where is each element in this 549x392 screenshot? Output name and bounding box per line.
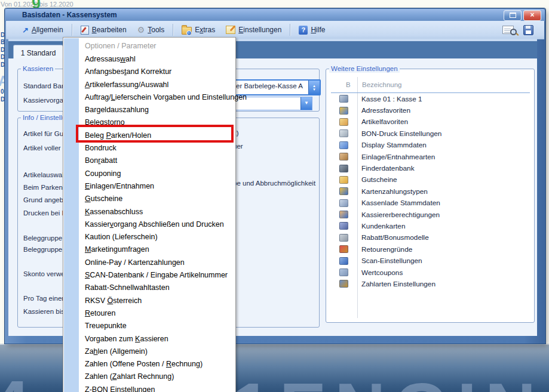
menu-item[interactable]: Adressauswahl xyxy=(63,53,235,66)
settings-row-label: Scan-Einstellungen xyxy=(361,257,422,265)
menubar-separator xyxy=(290,24,290,36)
return-reasons-icon xyxy=(339,245,348,253)
menu-item[interactable]: Treuepunkte xyxy=(63,320,235,332)
menu-item[interactable]: Bondruck xyxy=(63,142,235,155)
settings-row[interactable]: Adressfavoriten xyxy=(331,104,530,116)
menu-item[interactable]: Retouren xyxy=(63,307,235,320)
menu-item[interactable]: Online-Pay / Kartenzahlungen xyxy=(63,257,235,269)
menu-item[interactable]: Bonrabatt xyxy=(63,155,235,167)
menu-item[interactable]: Rabatt-Schnellwahltasten xyxy=(63,282,235,294)
field-label: Beleggruppe xyxy=(23,246,62,253)
cashier-permissions-icon xyxy=(339,211,348,218)
settings-row[interactable]: Display Stammdaten xyxy=(331,140,530,151)
field-label: Kassiervorga xyxy=(23,97,63,104)
menu-item[interactable]: Vorgaben zum Kassieren xyxy=(63,333,235,345)
menu-item[interactable]: Marketingumfragen xyxy=(63,243,235,256)
menubar-item-hilfe[interactable]: ?Hilfe xyxy=(293,24,330,36)
menubar-item-extras[interactable]: Extras xyxy=(176,23,220,36)
settings-row[interactable]: Einlage/Entnahmearten xyxy=(331,151,530,162)
field-label: Artikel für Gu xyxy=(23,130,63,137)
field-label: Artikelauswal xyxy=(23,171,64,178)
settings-row[interactable]: BON-Druck Einstellungen xyxy=(331,128,530,139)
settings-rows: Kasse 01 : Kasse 1AdressfavoritenArtikel… xyxy=(331,93,530,290)
watermark-text: 1ENGIN xyxy=(232,368,544,392)
settings-row[interactable]: Kartenzahlungstypen xyxy=(331,186,530,197)
menu-item[interactable]: Artikelerfassung/Auswahl xyxy=(63,79,235,91)
chevron-down-icon[interactable]: ▼ xyxy=(300,97,312,110)
magnifier-icon xyxy=(510,29,517,35)
menu-item[interactable]: Zahlen (Allgemein) xyxy=(63,345,235,358)
settings-row[interactable]: Kasse 01 : Kasse 1 xyxy=(331,93,530,104)
address-favorites-icon xyxy=(339,107,348,115)
settings-row[interactable]: Artikelfavoriten xyxy=(331,116,530,128)
settings-row-label: Display Stammdaten xyxy=(361,141,427,149)
menubar-separator xyxy=(72,24,72,36)
settings-row[interactable]: Finderdatenbank xyxy=(331,162,530,174)
menubar-item-tools[interactable]: ⚙Tools xyxy=(132,24,170,36)
menu-item[interactable]: Bargeldauszahlung xyxy=(63,104,235,116)
settings-row[interactable]: Kassiererberechtigungen xyxy=(331,209,530,220)
menu-item[interactable]: Gutscheine xyxy=(63,193,235,205)
field-label: Pro Tag einer xyxy=(23,295,64,302)
menu-item[interactable]: SCAN-Datenbank / Eingabe Artikelnummer xyxy=(63,269,235,282)
settings-row-label: Kassenlade Stammdaten xyxy=(361,199,440,207)
settings-row[interactable]: Retourengründe xyxy=(331,243,530,255)
group-kassieren-caption: Kassieren xyxy=(21,64,55,73)
save-icon[interactable] xyxy=(523,25,533,35)
search-zoom-icon[interactable] xyxy=(502,24,517,35)
settings-row-label: Gutscheine xyxy=(361,175,397,184)
menu-item[interactable]: Auftrag/Lieferschein Vorgaben und Einste… xyxy=(63,91,235,104)
settings-row[interactable]: Kassenlade Stammdaten xyxy=(331,197,530,209)
extras-icon xyxy=(182,27,192,35)
settings-row[interactable]: Rabatt/Bonusmodelle xyxy=(331,232,530,243)
close-button[interactable]: × xyxy=(523,10,541,21)
settings-row[interactable]: Zahlarten Einstellungen xyxy=(331,278,530,289)
deposit-withdrawal-icon xyxy=(339,153,348,160)
settings-row-label: Wertcoupons xyxy=(361,268,403,277)
menubar-item-label: Einstellungen xyxy=(238,26,281,34)
discount-icon xyxy=(339,234,348,242)
field-label: Standard Bar xyxy=(23,82,64,89)
settings-row-label: Kundenkarten xyxy=(361,222,405,230)
menubar-item-bearbeiten[interactable]: Bearbeiten xyxy=(75,24,132,36)
menu-item[interactable]: Kassenabschluss xyxy=(63,206,235,218)
menu-item[interactable]: Anfangsbestand Korrektur xyxy=(63,66,235,78)
settings-row[interactable]: Wertcoupons xyxy=(331,267,530,278)
menu-header-optionen-parameter: Optionen / Parameter xyxy=(63,39,235,53)
settings-row-label: Adressfavoriten xyxy=(361,106,410,115)
settings-table: B Bezeichnung Kasse 01 : Kasse 1Adressfa… xyxy=(331,77,530,318)
menu-item[interactable]: Zahlen (Zahlart Rechnung) xyxy=(63,371,235,383)
settings-row[interactable]: Gutscheine xyxy=(331,174,530,186)
menu-item[interactable]: Couponing xyxy=(63,168,235,180)
menu-item[interactable]: Einlagen/Entnahmen xyxy=(63,180,235,193)
settings-row-label: BON-Druck Einstellungen xyxy=(361,129,441,138)
menubar-item-einstellungen[interactable]: Einstellungen xyxy=(220,24,287,36)
menu-item[interactable]: RKSV Österreich xyxy=(63,295,235,307)
menubar-item-allgemein[interactable]: ↗Allgemein xyxy=(17,24,69,36)
field-label: Artikel voller xyxy=(23,144,61,152)
article-favorites-icon xyxy=(339,118,348,126)
edit-icon xyxy=(81,26,89,35)
clipped-text-fragment: be und Abbruchmöglichkeit xyxy=(233,180,315,187)
group-weitere-einstellungen: Weitere Einstellungen B Bezeichnung Kass… xyxy=(326,69,535,323)
spinner-buttons[interactable]: ▲▼ xyxy=(308,81,320,94)
menu-items: Optionen / Parameter AdressauswahlAnfang… xyxy=(63,39,235,392)
settings-row-label: Retourengründe xyxy=(361,245,412,254)
scan-settings-icon xyxy=(339,257,348,265)
vouchers-icon xyxy=(339,176,348,184)
bearbeiten-dropdown-menu: Optionen / Parameter AdressauswahlAnfang… xyxy=(63,37,236,392)
watermark-left-fragment: 4 xyxy=(0,365,30,392)
menu-item[interactable]: Z-BON Einstellungen xyxy=(63,384,235,392)
menu-item[interactable]: Kassiervorgang Abschließen und Drucken xyxy=(63,218,235,231)
menu-item[interactable]: Zahlen (Offene Posten / Rechnung) xyxy=(63,358,235,371)
title-bar[interactable]: Basisdaten - Kassensystem × xyxy=(5,9,545,21)
tools-icon: ⚙ xyxy=(137,26,145,34)
field-label: Drucken bei E xyxy=(23,209,66,217)
settings-row[interactable]: Kundenkarten xyxy=(331,220,530,232)
settings-row[interactable]: Scan-Einstellungen xyxy=(331,255,530,266)
restore-button[interactable] xyxy=(504,10,522,21)
table-header: B Bezeichnung xyxy=(331,77,530,93)
settings-row-label: Rabatt/Bonusmodelle xyxy=(361,233,429,242)
menu-item[interactable]: Kaution (Lieferschein) xyxy=(63,231,235,243)
column-header-bezeichnung: Bezeichnung xyxy=(362,81,402,88)
